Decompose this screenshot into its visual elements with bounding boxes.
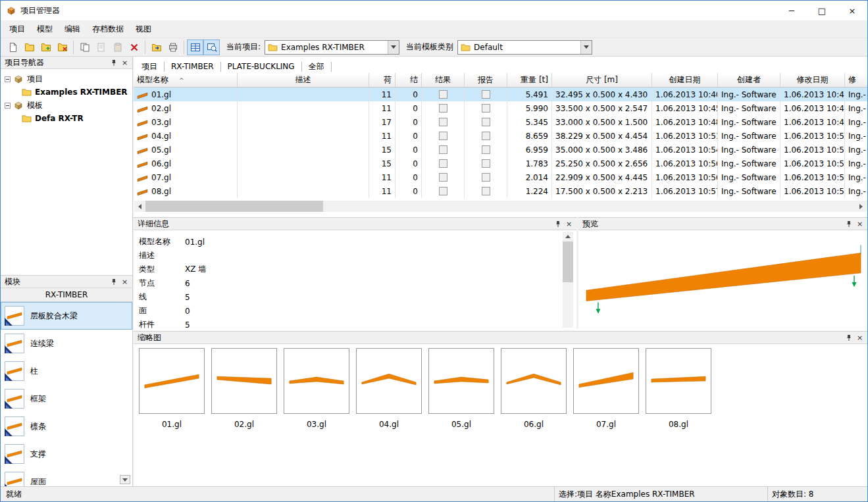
dropdown-arrow-icon[interactable] xyxy=(580,41,592,54)
report-checkbox[interactable] xyxy=(482,132,490,140)
vertical-scrollbar[interactable] xyxy=(563,232,573,328)
tab[interactable]: PLATE-BUCKLING xyxy=(221,62,302,72)
report-checkbox[interactable] xyxy=(482,187,490,195)
close-icon[interactable]: × xyxy=(119,57,130,68)
goto-folder-button[interactable] xyxy=(148,39,165,55)
pin-icon[interactable] xyxy=(108,57,119,68)
results-checkbox[interactable] xyxy=(439,104,447,113)
template-category-select[interactable]: Default xyxy=(457,40,592,55)
tab[interactable]: RX-TIMBER xyxy=(165,62,221,72)
thumbnail-item[interactable]: 06.gl xyxy=(501,348,567,429)
column-header-loads[interactable]: 荷 xyxy=(369,73,396,88)
menu-item[interactable]: 存档数据 xyxy=(86,21,130,37)
close-icon[interactable]: × xyxy=(854,218,865,229)
report-checkbox[interactable] xyxy=(482,118,490,126)
pin-icon[interactable] xyxy=(843,218,854,229)
thumbnail-item[interactable]: 08.gl xyxy=(646,348,711,429)
close-icon[interactable]: × xyxy=(854,332,865,343)
results-checkbox[interactable] xyxy=(439,90,447,99)
paste-button[interactable] xyxy=(109,39,126,55)
scrollbar-track[interactable] xyxy=(145,201,855,212)
tree-node-projects[interactable]: 项目 xyxy=(1,72,132,86)
column-header-dimensions[interactable]: 尺寸 [m] xyxy=(552,73,652,88)
menu-item[interactable]: 编辑 xyxy=(59,21,86,37)
report-checkbox[interactable] xyxy=(482,104,490,113)
thumbnail-image[interactable] xyxy=(211,348,277,414)
thumbnail-image[interactable] xyxy=(428,348,494,414)
menu-item[interactable]: 模型 xyxy=(31,21,59,37)
module-item[interactable]: 檩条 xyxy=(1,413,132,440)
column-header-creator[interactable]: 创建者 xyxy=(718,73,780,88)
column-header-results-count[interactable]: 结 xyxy=(396,73,422,88)
report-checkbox[interactable] xyxy=(482,90,490,99)
tab[interactable]: 全部 xyxy=(302,62,332,72)
minimize-button[interactable]: ─ xyxy=(777,1,807,20)
copy-button[interactable] xyxy=(76,39,93,55)
column-header-model-name[interactable]: 模型名称^ xyxy=(134,73,238,88)
close-button[interactable]: × xyxy=(837,1,867,20)
maximize-button[interactable]: □ xyxy=(807,1,837,20)
table-row[interactable]: 06.gl 15 0 1.783 25.250 x 0.500 x 2.656 … xyxy=(134,157,867,170)
report-checkbox[interactable] xyxy=(482,145,490,154)
pin-icon[interactable] xyxy=(552,218,563,229)
tree-node-examples-rx-timber[interactable]: Examples RX-TIMBER xyxy=(1,86,132,99)
thumbnail-item[interactable]: 04.gl xyxy=(356,348,422,429)
module-item[interactable]: 层板胶合木梁 xyxy=(1,302,132,330)
results-checkbox[interactable] xyxy=(439,145,447,154)
thumbnail-item[interactable]: 02.gl xyxy=(211,348,277,429)
table-row[interactable]: 07.gl 11 0 2.014 22.909 x 0.500 x 4.445 … xyxy=(134,170,867,184)
preview-canvas[interactable] xyxy=(578,230,867,329)
menu-item[interactable]: 视图 xyxy=(130,21,157,37)
new-folder-button[interactable] xyxy=(38,39,54,55)
new-project-button[interactable] xyxy=(5,39,21,55)
results-checkbox[interactable] xyxy=(439,132,447,140)
module-item[interactable]: 支撑 xyxy=(1,440,132,468)
results-checkbox[interactable] xyxy=(439,159,447,168)
column-header-created[interactable]: 创建日期 xyxy=(652,73,718,88)
thumbnail-image[interactable] xyxy=(646,348,711,414)
thumbnail-item[interactable]: 01.gl xyxy=(139,348,205,429)
thumbnail-image[interactable] xyxy=(284,348,349,414)
cut-button[interactable] xyxy=(93,39,109,55)
results-checkbox[interactable] xyxy=(439,173,447,182)
pin-icon[interactable] xyxy=(843,332,854,343)
tree-node-templates[interactable]: 模板 xyxy=(1,99,132,112)
current-project-select[interactable]: Examples RX-TIMBER xyxy=(265,40,399,55)
table-row[interactable]: 04.gl 11 0 8.659 38.229 x 0.500 x 4.454 … xyxy=(134,129,867,143)
tab[interactable]: 项目 xyxy=(135,62,165,72)
thumbnail-image[interactable] xyxy=(139,348,205,414)
report-checkbox[interactable] xyxy=(482,173,490,182)
table-row[interactable]: 08.gl 11 0 1.224 17.500 x 0.500 x 2.213 … xyxy=(134,184,867,198)
scroll-down-button[interactable] xyxy=(120,475,130,484)
view-details-button[interactable] xyxy=(187,39,203,55)
collapse-icon[interactable] xyxy=(5,76,11,82)
report-checkbox[interactable] xyxy=(482,159,490,168)
scrollbar-thumb[interactable] xyxy=(563,241,573,282)
menu-item[interactable]: 项目 xyxy=(3,21,31,37)
column-header-weight[interactable]: 重量 [t] xyxy=(507,73,552,88)
module-item[interactable]: 连续梁 xyxy=(1,330,132,357)
scroll-right-button[interactable] xyxy=(855,201,867,212)
column-header-modified[interactable]: 修改日期 xyxy=(780,73,845,88)
horizontal-scrollbar[interactable] xyxy=(134,201,867,212)
scrollbar-thumb[interactable] xyxy=(145,201,323,212)
thumbnail-item[interactable]: 05.gl xyxy=(428,348,494,429)
open-project-button[interactable] xyxy=(21,39,38,55)
view-preview-button[interactable] xyxy=(203,39,220,55)
table-row[interactable]: 05.gl 15 0 6.959 35.000 x 0.500 x 3.486 … xyxy=(134,143,867,157)
module-item[interactable]: 柱 xyxy=(1,357,132,385)
thumbnail-image[interactable] xyxy=(356,348,422,414)
close-icon[interactable]: × xyxy=(563,218,574,229)
delete-button[interactable] xyxy=(126,39,142,55)
report-button[interactable] xyxy=(165,39,181,55)
column-header-modifier[interactable]: 修 xyxy=(845,73,868,88)
pin-icon[interactable] xyxy=(108,276,119,287)
column-header-results[interactable]: 结果 xyxy=(422,73,465,88)
thumbnail-image[interactable] xyxy=(573,348,639,414)
table-row[interactable]: 02.gl 11 0 5.990 33.500 x 0.500 x 2.547 … xyxy=(134,101,867,115)
thumbnail-image[interactable] xyxy=(501,348,567,414)
collapse-icon[interactable] xyxy=(5,103,11,109)
table-row[interactable]: 03.gl 17 0 5.345 33.000 x 0.500 x 1.500 … xyxy=(134,115,867,129)
scroll-up-button[interactable] xyxy=(563,232,573,241)
column-header-report[interactable]: 报告 xyxy=(465,73,507,88)
